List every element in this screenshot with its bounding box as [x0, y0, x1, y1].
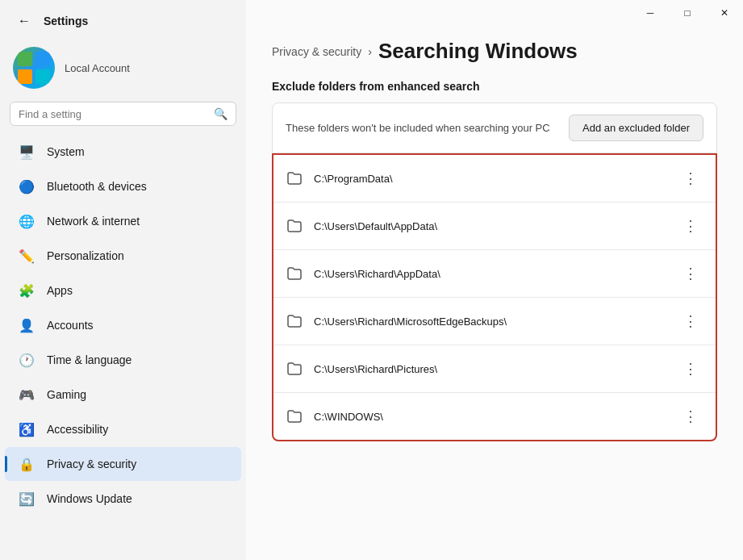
sidebar-item-label: Network & internet — [47, 215, 140, 228]
sidebar-item-apps[interactable]: 🧩 Apps — [5, 274, 241, 307]
search-icon: 🔍 — [214, 107, 227, 120]
folder-item[interactable]: C:\Users\Richard\Pictures\ ⋮ — [273, 345, 716, 393]
sidebar-item-label: Apps — [47, 284, 73, 297]
bluetooth-icon: 🔵 — [18, 178, 35, 195]
section-title: Exclude folders from enhanced search — [272, 80, 717, 93]
svg-rect-3 — [35, 69, 50, 84]
more-options-button[interactable]: ⋮ — [678, 166, 703, 190]
folder-path: C:\Users\Richard\AppData\ — [314, 268, 667, 280]
svg-rect-0 — [18, 52, 32, 66]
more-options-button[interactable]: ⋮ — [678, 309, 703, 333]
accessibility-icon: ♿ — [18, 420, 35, 438]
more-options-button[interactable]: ⋮ — [678, 261, 703, 286]
gaming-icon: 🎮 — [18, 386, 35, 403]
sidebar-item-label: Time & language — [47, 353, 131, 366]
folder-item[interactable]: C:\Users\Richard\MicrosoftEdgeBackups\ ⋮ — [273, 298, 716, 345]
add-excluded-folder-button[interactable]: Add an excluded folder — [569, 115, 703, 141]
breadcrumb-separator: › — [368, 45, 372, 58]
update-icon: 🔄 — [18, 490, 35, 508]
folder-icon — [286, 265, 303, 282]
sidebar-item-privacy[interactable]: 🔒 Privacy & security — [5, 447, 241, 481]
system-icon: 🖥️ — [18, 143, 35, 161]
sidebar-item-network[interactable]: 🌐 Network & internet — [5, 204, 241, 238]
breadcrumb-parent[interactable]: Privacy & security — [272, 45, 361, 58]
user-name: Local Account — [65, 62, 130, 74]
exclude-header: These folders won't be included when sea… — [272, 102, 717, 153]
sidebar-item-system[interactable]: 🖥️ System — [5, 135, 241, 169]
time-icon: 🕐 — [18, 351, 35, 369]
back-button[interactable]: ← — [13, 10, 35, 32]
sidebar-item-label: Gaming — [47, 388, 86, 401]
content-area: Exclude folders from enhanced search The… — [246, 80, 743, 467]
folder-item[interactable]: C:\ProgramData\ ⋮ — [273, 155, 716, 203]
privacy-icon: 🔒 — [18, 455, 35, 473]
sidebar-item-accessibility[interactable]: ♿ Accessibility — [5, 412, 241, 446]
sidebar-item-personalization[interactable]: ✏️ Personalization — [5, 239, 241, 273]
sidebar-item-label: Windows Update — [47, 492, 132, 505]
sidebar: ← Settings Local Account 🔍 🖥️ System 🔵 B… — [0, 0, 246, 560]
sidebar-nav: 🖥️ System 🔵 Bluetooth & devices 🌐 Networ… — [0, 134, 246, 516]
page-title: Searching Windows — [378, 39, 578, 64]
title-bar: ← Settings — [0, 0, 246, 39]
window-controls: ─ □ ✕ — [246, 0, 743, 26]
sidebar-item-label: Accounts — [47, 319, 94, 332]
sidebar-item-update[interactable]: 🔄 Windows Update — [5, 482, 241, 516]
svg-rect-2 — [18, 69, 32, 84]
page-header: Privacy & security › Searching Windows — [246, 26, 743, 80]
more-options-button[interactable]: ⋮ — [678, 404, 703, 428]
minimize-button[interactable]: ─ — [632, 0, 669, 26]
search-input[interactable] — [19, 108, 207, 120]
folder-item[interactable]: C:\Users\Default\AppData\ ⋮ — [273, 203, 716, 250]
sidebar-item-gaming[interactable]: 🎮 Gaming — [5, 378, 241, 412]
folder-path: C:\Users\Default\AppData\ — [314, 220, 667, 232]
breadcrumb: Privacy & security › Searching Windows — [272, 39, 717, 64]
accounts-icon: 👤 — [18, 316, 35, 334]
folder-item[interactable]: C:\WINDOWS\ ⋮ — [273, 393, 716, 440]
sidebar-item-label: Bluetooth & devices — [47, 180, 147, 193]
folder-icon — [286, 218, 303, 234]
apps-icon: 🧩 — [18, 282, 35, 299]
sidebar-item-accounts[interactable]: 👤 Accounts — [5, 308, 241, 342]
folder-icon — [286, 170, 303, 186]
maximize-button[interactable]: □ — [669, 0, 706, 26]
more-options-button[interactable]: ⋮ — [678, 357, 703, 381]
excluded-folders-list: C:\ProgramData\ ⋮ C:\Users\Default\AppDa… — [272, 153, 717, 441]
folder-icon — [286, 408, 303, 424]
folder-path: C:\WINDOWS\ — [314, 411, 667, 423]
main-content: ─ □ ✕ Privacy & security › Searching Win… — [246, 0, 743, 560]
close-button[interactable]: ✕ — [706, 0, 743, 26]
more-options-button[interactable]: ⋮ — [678, 214, 703, 238]
folder-path: C:\ProgramData\ — [314, 173, 667, 185]
sidebar-item-label: Personalization — [47, 249, 124, 262]
sidebar-item-bluetooth[interactable]: 🔵 Bluetooth & devices — [5, 169, 241, 203]
folder-icon — [286, 313, 303, 329]
search-box[interactable]: 🔍 — [10, 102, 236, 126]
sidebar-item-time[interactable]: 🕐 Time & language — [5, 343, 241, 377]
sidebar-item-label: Accessibility — [47, 423, 108, 436]
folder-item[interactable]: C:\Users\Richard\AppData\ ⋮ — [273, 250, 716, 298]
folder-path: C:\Users\Richard\MicrosoftEdgeBackups\ — [314, 316, 667, 328]
personalization-icon: ✏️ — [18, 247, 35, 265]
exclude-description: These folders won't be included when sea… — [286, 122, 550, 134]
sidebar-item-label: Privacy & security — [47, 458, 136, 470]
sidebar-item-label: System — [47, 145, 85, 158]
folder-path: C:\Users\Richard\Pictures\ — [314, 363, 667, 375]
folder-icon — [286, 361, 303, 377]
app-title: Settings — [44, 15, 88, 27]
avatar[interactable] — [13, 47, 55, 89]
svg-rect-1 — [35, 52, 50, 66]
user-section: Local Account — [0, 39, 246, 102]
network-icon: 🌐 — [18, 212, 35, 230]
